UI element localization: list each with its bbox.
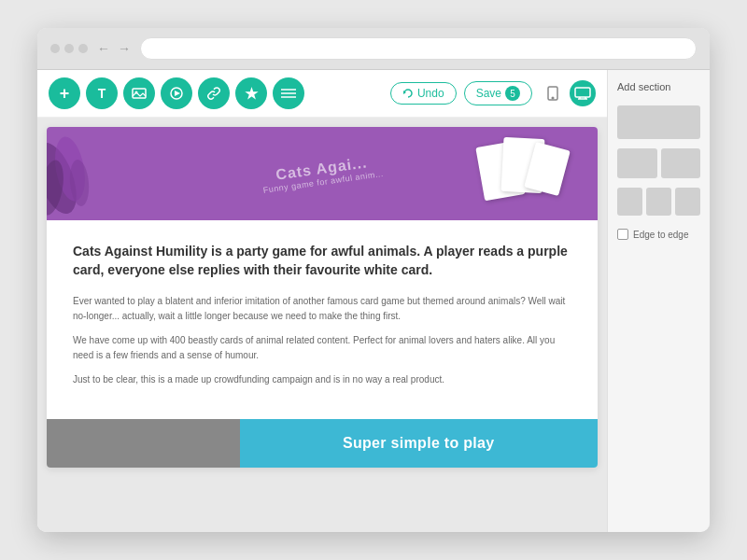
back-button[interactable]: ← — [97, 41, 110, 56]
section-template-half-left[interactable] — [617, 148, 657, 178]
save-label: Save — [476, 87, 501, 100]
section-template-half-right[interactable] — [661, 148, 701, 178]
content-paragraph3: Just to be clear, this is a made up crow… — [73, 372, 571, 387]
save-count: 5 — [505, 86, 520, 101]
star-element-button[interactable]: ★ — [235, 77, 267, 109]
browser-titlebar: ← → — [37, 28, 710, 70]
add-element-button[interactable]: + — [49, 77, 80, 109]
edge-to-edge-label: Edge to edge — [633, 230, 689, 240]
device-toggle — [540, 80, 596, 106]
settings-element-button[interactable] — [273, 77, 304, 109]
card-decoration — [452, 136, 570, 190]
mobile-view-button[interactable] — [540, 80, 566, 106]
toolbar-right: Undo Save 5 — [390, 80, 596, 106]
section-template-single[interactable] — [617, 105, 700, 139]
browser-dot-green — [78, 44, 88, 53]
right-sidebar: Add section Edge to edge — [607, 70, 710, 532]
cta-left-block — [47, 419, 240, 468]
undo-button[interactable]: Undo — [390, 82, 457, 105]
svg-point-9 — [552, 97, 554, 99]
toolbar: + T — [37, 70, 607, 118]
browser-dot-yellow — [64, 44, 74, 53]
section-template-third-3[interactable] — [675, 188, 700, 216]
editor-area: + T — [37, 70, 607, 532]
page-inner: Cats Agai... Funny game for awful anim..… — [47, 127, 598, 468]
hero-text-overlay: Cats Agai... Funny game for awful anim..… — [261, 152, 385, 195]
content-section: Cats Against Humility is a party game fo… — [47, 220, 598, 419]
cta-text: Super simple to play — [343, 435, 494, 452]
desktop-view-button[interactable] — [570, 80, 596, 106]
browser-nav: ← → — [97, 41, 131, 56]
cta-section: Super simple to play — [47, 419, 598, 468]
save-button[interactable]: Save 5 — [464, 81, 532, 105]
video-element-button[interactable] — [161, 77, 192, 109]
browser-dots — [50, 44, 88, 53]
section-template-third-2[interactable] — [646, 188, 671, 216]
svg-rect-0 — [133, 89, 146, 98]
plant-decoration — [47, 136, 121, 220]
content-headline: Cats Against Humility is a party game fo… — [73, 243, 571, 279]
browser-dot-red — [50, 44, 60, 53]
cta-right-block[interactable]: Super simple to play — [240, 419, 599, 468]
forward-button[interactable]: → — [118, 41, 131, 56]
content-paragraph2: We have come up with 400 beastly cards o… — [73, 333, 571, 363]
svg-marker-3 — [175, 91, 180, 96]
edge-to-edge-row: Edge to edge — [617, 229, 700, 240]
text-element-button[interactable]: T — [86, 77, 118, 109]
browser-window: ← → + T — [37, 28, 710, 532]
add-section-title: Add section — [617, 81, 700, 92]
browser-content: + T — [37, 70, 710, 532]
section-template-third-1[interactable] — [617, 188, 642, 216]
page-canvas[interactable]: Cats Agai... Funny game for awful anim..… — [37, 118, 607, 532]
section-template-row-halves — [617, 148, 700, 178]
toolbar-left: + T — [49, 77, 304, 109]
content-paragraph1: Ever wanted to play a blatent and inferi… — [73, 294, 571, 324]
link-element-button[interactable] — [198, 77, 230, 109]
undo-label: Undo — [417, 87, 444, 100]
section-template-row-thirds — [617, 188, 700, 216]
svg-rect-10 — [575, 88, 590, 97]
address-bar[interactable] — [140, 37, 697, 60]
hero-section: Cats Agai... Funny game for awful anim..… — [47, 127, 598, 220]
image-element-button[interactable] — [123, 77, 155, 109]
edge-to-edge-checkbox[interactable] — [617, 229, 628, 240]
